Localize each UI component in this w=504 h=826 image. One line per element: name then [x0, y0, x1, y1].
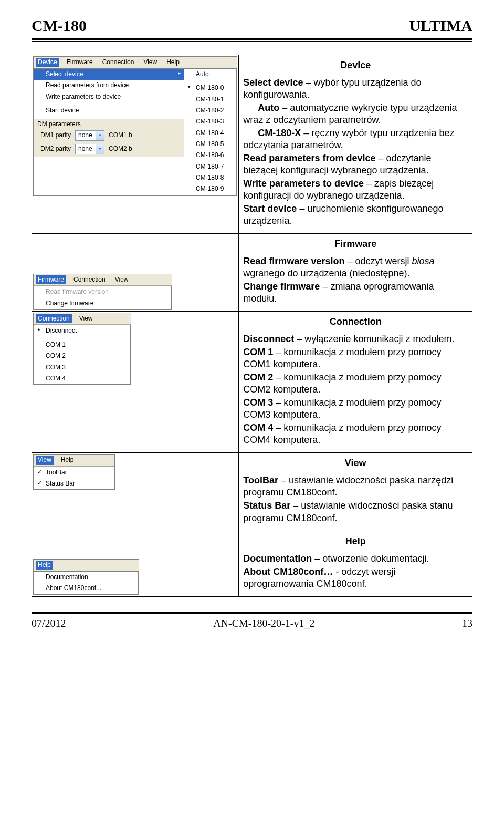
- device-title: Device: [243, 59, 468, 71]
- opt-cm1805[interactable]: CM-180-5: [184, 139, 236, 150]
- menu-write-parameters[interactable]: Write parameters to device: [34, 91, 184, 102]
- t-com3: – komunikacja z modułem przy pomocy COM3…: [243, 397, 441, 420]
- menu-change-firmware[interactable]: Change firmware: [34, 298, 171, 309]
- firmware-title: Firmware: [243, 238, 468, 250]
- menu-com3[interactable]: COM 3: [34, 362, 130, 373]
- opt-cm1803[interactable]: CM-180-3: [184, 116, 236, 127]
- dm1-parity-combo[interactable]: none▾: [75, 130, 104, 141]
- menu-about[interactable]: About CM180conf...: [34, 583, 138, 594]
- t-disconnect: – wyłączenie komunikacji z modułem.: [294, 334, 454, 344]
- b-disconnect: Disconnect: [243, 334, 294, 344]
- menu-documentation[interactable]: Documentation: [34, 572, 138, 583]
- menu-disconnect[interactable]: Disconnect: [34, 325, 130, 336]
- b-com4: COM 4: [243, 422, 273, 433]
- opt-cm1801[interactable]: CM-180-1: [184, 94, 236, 105]
- header-right: ULTIMA: [409, 17, 472, 35]
- opt-cm1806[interactable]: CM-180-6: [184, 150, 236, 161]
- menu-toolbar[interactable]: ToolBar: [34, 467, 114, 478]
- opt-cm1807[interactable]: CM-180-7: [184, 161, 236, 172]
- dm2-com-label: COM2 b: [109, 145, 132, 153]
- menubar-connection[interactable]: Connection: [100, 58, 136, 67]
- opt-cm1808[interactable]: CM-180-8: [184, 172, 236, 183]
- menu-com2[interactable]: COM 2: [34, 350, 130, 362]
- opt-cm1800[interactable]: CM-180-0: [184, 82, 236, 94]
- t-documentation: – otworzenie dokumentacji.: [312, 553, 429, 564]
- b-startdevice: Start device: [243, 203, 297, 214]
- header-rule-thick: [32, 38, 472, 40]
- t-readfw1: – odczyt wersji: [344, 256, 412, 266]
- screenshot-device-menu: Device Firmware Connection View Help Sel…: [33, 56, 237, 196]
- chevron-down-icon: ▾: [96, 131, 104, 140]
- b-select-device: Select device: [243, 77, 303, 88]
- menubar-view[interactable]: View: [141, 58, 159, 67]
- b-readparams: Read parameters from device: [243, 153, 375, 163]
- dm1-com-label: COM1 b: [109, 131, 132, 139]
- menubar-help[interactable]: Help: [59, 456, 76, 464]
- chevron-down-icon: ▾: [96, 144, 104, 154]
- menubar-device[interactable]: Device: [36, 58, 59, 67]
- menu-com1[interactable]: COM 1: [34, 339, 130, 350]
- b-readfw: Read firmware version: [243, 256, 344, 266]
- header-left: CM-180: [32, 17, 87, 35]
- menubar-connection[interactable]: Connection: [71, 275, 108, 284]
- footer-rule-thin: [32, 615, 472, 616]
- help-title: Help: [243, 535, 468, 548]
- t-com2: – komunikacja z modułem przy pomocy COM2…: [243, 372, 441, 395]
- menu-separator: [36, 338, 128, 338]
- menubar-view[interactable]: View: [36, 456, 54, 464]
- menu-com4[interactable]: COM 4: [34, 373, 130, 384]
- b-changefw: Change firmware: [243, 281, 320, 292]
- t-com4: – komunikacja z modułem przy pomocy COM4…: [243, 422, 441, 445]
- menu-read-parameters[interactable]: Read parameters from device: [34, 80, 184, 91]
- b-com2: COM 2: [243, 372, 273, 383]
- b-writeparams: Write parameters to device: [243, 178, 364, 189]
- b-toolbar: ToolBar: [243, 475, 278, 486]
- b-auto: Auto: [258, 102, 279, 113]
- menubar-connection[interactable]: Connection: [36, 314, 72, 323]
- t-readfw2: wgranego do urządzenia (niedostępne).: [243, 268, 410, 278]
- menubar-help[interactable]: Help: [36, 561, 53, 570]
- b-com1: COM 1: [243, 347, 273, 357]
- b-about: About CM180conf…: [243, 566, 333, 577]
- connection-title: Connection: [243, 316, 468, 328]
- screenshot-firmware-menu: Firmware Connection View Read firmware v…: [33, 274, 172, 310]
- screenshot-help-menu: Help Documentation About CM180conf...: [33, 559, 139, 595]
- i-biosa: biosa: [412, 256, 434, 266]
- dm2-parity-combo[interactable]: none▾: [75, 144, 104, 154]
- footer-left: 07/2012: [32, 617, 66, 629]
- screenshot-view-menu: View Help ToolBar Status Bar: [33, 454, 115, 490]
- menu-separator: [186, 81, 234, 81]
- t-com1: – komunikacja z modułem przy pomocy COM1…: [243, 347, 441, 369]
- dm-parameters-label: DM parameters: [37, 120, 181, 128]
- menu-read-firmware-version: Read firmware version: [34, 286, 171, 297]
- footer-rule-thick: [32, 612, 472, 614]
- menu-select-device[interactable]: Select device: [34, 69, 184, 80]
- menubar-help[interactable]: Help: [164, 58, 182, 67]
- b-cm180x: CM-180-X: [258, 128, 301, 138]
- menubar-firmware[interactable]: Firmware: [65, 58, 95, 67]
- menubar-view[interactable]: View: [77, 314, 95, 323]
- opt-cm1804[interactable]: CM-180-4: [184, 128, 236, 139]
- opt-cm1802[interactable]: CM-180-2: [184, 105, 236, 116]
- menu-statusbar[interactable]: Status Bar: [34, 478, 114, 489]
- footer-page: 13: [462, 617, 472, 629]
- footer-center: AN-CM-180-20-1-v1_2: [213, 617, 314, 629]
- menu-start-device[interactable]: Start device: [34, 105, 184, 116]
- menubar-firmware[interactable]: Firmware: [36, 275, 66, 284]
- menubar-view[interactable]: View: [113, 275, 131, 284]
- header-rule-thin: [32, 41, 472, 42]
- menu-separator: [36, 104, 182, 104]
- dm2-parity-label: DM2 parity: [40, 145, 73, 153]
- opt-cm1809[interactable]: CM-180-9: [184, 183, 236, 194]
- b-documentation: Documentation: [243, 553, 312, 564]
- view-title: View: [243, 457, 468, 469]
- b-com3: COM 3: [243, 397, 273, 408]
- b-statusbar: Status Bar: [243, 500, 290, 511]
- opt-auto[interactable]: Auto: [184, 69, 236, 80]
- dm1-parity-label: DM1 parity: [40, 131, 73, 139]
- screenshot-connection-menu: Connection View Disconnect COM 1 COM 2 C…: [33, 313, 131, 385]
